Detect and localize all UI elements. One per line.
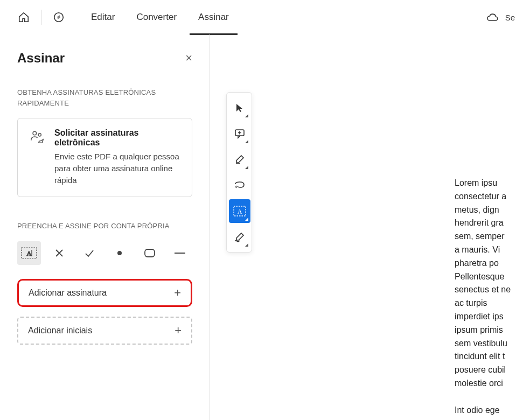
people-sign-icon (27, 129, 47, 149)
text-field-tool[interactable]: A (17, 241, 41, 265)
add-signature-label: Adicionar assinatura (29, 288, 107, 298)
text-annotation-tool[interactable]: A (229, 199, 250, 223)
floating-toolbar: A (226, 92, 252, 253)
comment-tool[interactable] (229, 122, 250, 145)
cloud-icon[interactable] (484, 9, 501, 26)
section-fillsign-label: PREENCHA E ASSINE POR CONTA PRÓPRIA (17, 221, 192, 232)
section-esign-label: OBTENHA ASSINATURAS ELETRÔNICAS RAPIDAME… (17, 87, 192, 108)
plus-icon: + (175, 324, 182, 338)
rounded-rect-tool[interactable] (138, 241, 162, 265)
svg-point-1 (33, 131, 37, 135)
plus-icon: + (174, 286, 181, 300)
tab-editar[interactable]: Editar (82, 0, 123, 34)
x-mark-tool[interactable] (47, 241, 71, 265)
svg-text:A: A (26, 249, 32, 257)
card-desc: Envie este PDF a qualquer pessoa para ob… (54, 151, 181, 186)
checkmark-tool[interactable] (78, 241, 101, 265)
line-tool[interactable] (168, 241, 192, 265)
sign-sidebar: Assinar × OBTENHA ASSINATURAS ELETRÔNICA… (0, 34, 210, 420)
cloud-label: Se (505, 13, 515, 22)
select-tool[interactable] (229, 96, 250, 120)
svg-text:A: A (238, 208, 242, 215)
dot-tool[interactable] (108, 241, 131, 265)
add-initials-button[interactable]: Adicionar iniciais + (17, 317, 192, 345)
request-signatures-card[interactable]: Solicitar assinaturas eletrônicas Envie … (17, 118, 192, 197)
topbar: Editar Converter Assinar Se (0, 0, 530, 34)
home-icon[interactable] (15, 9, 32, 26)
svg-point-6 (117, 251, 122, 255)
tab-converter[interactable]: Converter (128, 0, 185, 34)
svg-rect-7 (145, 249, 155, 257)
svg-point-2 (38, 134, 41, 136)
add-signature-button[interactable]: Adicionar assinatura + (17, 279, 192, 307)
document-area[interactable]: Lorem ipsu consectetur a metus, dign hen… (210, 34, 530, 420)
card-title: Solicitar assinaturas eletrônicas (54, 128, 181, 148)
document-text: Lorem ipsu consectetur a metus, dign hen… (455, 177, 530, 420)
lasso-tool[interactable] (229, 173, 250, 197)
draw-signature-tool[interactable] (229, 225, 250, 249)
tab-assinar[interactable]: Assinar (190, 0, 238, 34)
divider (41, 10, 41, 25)
close-icon[interactable]: × (185, 52, 192, 64)
add-initials-label: Adicionar iniciais (28, 326, 92, 335)
sidebar-title: Assinar (17, 51, 65, 66)
compass-icon[interactable] (50, 9, 67, 26)
highlight-tool[interactable] (229, 148, 250, 171)
fill-tools-row: A (17, 241, 192, 265)
